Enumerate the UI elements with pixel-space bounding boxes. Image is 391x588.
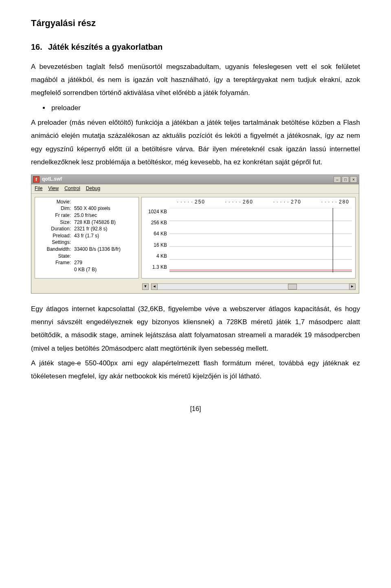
bandwidth-graph: 250 260 270 280 1024 KB 256 KB 64 KB 16 … <box>141 197 356 279</box>
value-bandwidth: 33400 B/s (1336 B/fr) <box>74 246 121 253</box>
window-title: qotL.swf <box>42 176 334 183</box>
menu-view[interactable]: View <box>48 186 59 192</box>
scroll-right-button[interactable]: ► <box>349 283 356 290</box>
plot-area <box>169 208 352 272</box>
label-fsize <box>37 267 71 273</box>
value-preload: 43 fr (1.7 s) <box>74 233 99 239</box>
maximize-button[interactable]: □ <box>342 176 349 183</box>
value-frrate: 25.0 fr/sec <box>74 212 97 219</box>
label-size: Size: <box>37 219 71 226</box>
value-fsize: 0 KB (7 B) <box>74 267 97 273</box>
bullet-preloader: preloader <box>50 102 360 115</box>
label-settings: Settings: <box>37 239 71 246</box>
y-axis-labels: 1024 KB 256 KB 64 KB 16 KB 4 KB 1.3 KB <box>143 209 167 271</box>
menubar: File View Control Debug <box>31 184 359 194</box>
menu-debug[interactable]: Debug <box>86 186 100 192</box>
heading-number: 16. <box>31 39 48 55</box>
label-movie: Movie: <box>37 199 71 206</box>
label-preload: Preload: <box>37 233 71 239</box>
close-button[interactable]: × <box>350 176 357 183</box>
scroll-track[interactable] <box>158 283 349 290</box>
heading: 16.Játék készítés a gyakorlatban <box>31 39 360 55</box>
paragraph-4: A játék stage-e 550-400px ami egy alapér… <box>31 357 360 383</box>
horizontal-scrollbar[interactable]: ▼ ◄ ► <box>31 282 359 293</box>
minimize-button[interactable]: – <box>334 176 341 183</box>
page-number: [16] <box>31 403 360 415</box>
bullet-list: preloader <box>50 102 360 115</box>
menu-control[interactable]: Control <box>64 186 80 192</box>
paragraph-1: A bevezetésben taglalt felső menüsortól … <box>31 60 360 100</box>
paragraph-3: Egy átlagos internet kapcsolattal (32,6K… <box>31 303 360 355</box>
section-title: Tárgyalási rész <box>31 15 360 32</box>
movie-info-panel: Movie: Dim:550 X 400 pixels Fr rate:25.0… <box>35 197 139 279</box>
value-frame: 279 <box>74 260 82 266</box>
scroll-down-button[interactable]: ▼ <box>142 283 149 290</box>
label-state: State: <box>37 253 71 260</box>
paragraph-2: A preloader (más néven előtöltő) funkció… <box>31 116 360 169</box>
label-bandwidth: Bandwidth: <box>37 246 71 253</box>
scroll-left-button[interactable]: ◄ <box>151 283 158 290</box>
value-dim: 550 X 400 pixels <box>74 206 110 212</box>
label-frrate: Fr rate: <box>37 212 71 219</box>
flash-bandwidth-profiler-window: f qotL.swf – □ × File View Control Debug… <box>31 175 360 294</box>
heading-text: Játék készítés a gyakorlatban <box>48 42 163 51</box>
menu-file[interactable]: File <box>35 186 42 192</box>
x-axis-ticks: 250 260 270 280 <box>169 199 355 206</box>
label-frame: Frame: <box>37 260 71 266</box>
flash-icon: f <box>33 176 40 183</box>
scroll-thumb[interactable] <box>288 284 297 290</box>
value-size: 728 KB (745826 B) <box>74 219 116 226</box>
value-duration: 2321 fr (92.8 s) <box>74 226 107 232</box>
label-duration: Duration: <box>37 226 71 232</box>
window-titlebar[interactable]: f qotL.swf – □ × <box>31 175 359 184</box>
label-dim: Dim: <box>37 206 71 212</box>
